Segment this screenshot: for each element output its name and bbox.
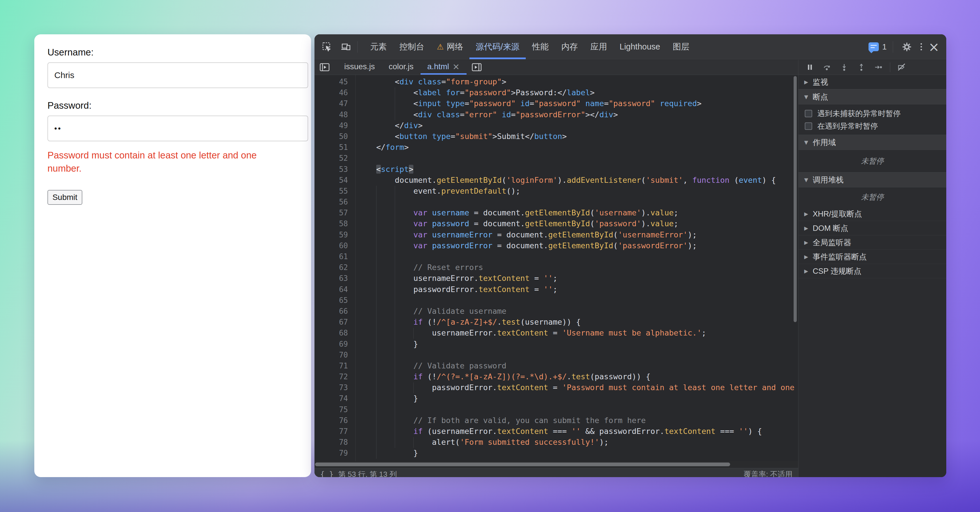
- line-number[interactable]: 75: [315, 404, 355, 415]
- line-number[interactable]: 68: [315, 327, 355, 338]
- password-field[interactable]: [48, 116, 308, 141]
- device-toolbar-icon[interactable]: [339, 40, 353, 54]
- line-number[interactable]: 46: [315, 87, 355, 98]
- line-number[interactable]: 76: [315, 415, 355, 426]
- file-tab-color.js[interactable]: color.js: [382, 60, 420, 75]
- show-debugger-sidebar-icon[interactable]: [469, 60, 484, 75]
- devtools-main-toolbar: 元素控制台⚠网络源代码/来源性能内存应用Lighthouse图层 1 ×: [315, 34, 946, 59]
- show-navigator-icon[interactable]: [317, 60, 332, 75]
- debugger-sidebar: ▶ 监视 ▼ 断点 遇到未捕获的异常时暂停 在遇到异常时暂停 ▼: [798, 75, 946, 477]
- line-number[interactable]: 64: [315, 284, 355, 295]
- line-number[interactable]: 74: [315, 393, 355, 404]
- line-number[interactable]: 71: [315, 360, 355, 371]
- close-devtools-icon[interactable]: ×: [928, 40, 939, 54]
- line-number[interactable]: 47: [315, 98, 355, 109]
- sidebar-section-DOM 断点[interactable]: ▶DOM 断点: [799, 221, 946, 235]
- sidebar-section-scope[interactable]: ▼ 作用域: [799, 135, 946, 150]
- deactivate-breakpoints-icon[interactable]: [894, 60, 909, 75]
- panel-tab-label: 应用: [590, 41, 607, 53]
- chevron-right-icon: ▶: [804, 239, 808, 246]
- vertical-scrollbar-thumb[interactable]: [794, 76, 797, 322]
- line-number[interactable]: 61: [315, 251, 355, 262]
- pretty-print-icon[interactable]: { }: [320, 470, 334, 477]
- checkbox-unchecked-icon[interactable]: [805, 123, 812, 130]
- line-number-gutter[interactable]: 4546474849505152535455565758596061626364…: [315, 75, 356, 461]
- line-number[interactable]: 65: [315, 295, 355, 306]
- line-number[interactable]: 79: [315, 448, 355, 458]
- code-pane[interactable]: <div class="form-group"> <label for="pas…: [356, 75, 798, 461]
- sidebar-section-call-stack[interactable]: ▼ 调用堆栈: [799, 172, 946, 187]
- horizontal-scrollbar: [315, 461, 798, 468]
- sidebar-section-XHR/提取断点[interactable]: ▶XHR/提取断点: [799, 207, 946, 221]
- panel-tab-网络[interactable]: ⚠网络: [431, 34, 469, 59]
- sidebar-section-watch[interactable]: ▶ 监视: [799, 75, 946, 89]
- panel-tab-图层[interactable]: 图层: [667, 34, 695, 59]
- line-number[interactable]: 48: [315, 109, 355, 120]
- toolbar-separator: [893, 41, 893, 53]
- code-line-57: var username = document.getElementById('…: [358, 207, 798, 218]
- line-number[interactable]: 60: [315, 240, 355, 251]
- line-number[interactable]: 45: [315, 77, 355, 87]
- line-number[interactable]: 63: [315, 273, 355, 284]
- line-number[interactable]: 55: [315, 186, 355, 196]
- step-out-icon[interactable]: [854, 60, 869, 75]
- line-number[interactable]: 52: [315, 153, 355, 164]
- step-icon[interactable]: [871, 60, 886, 75]
- line-number[interactable]: 67: [315, 317, 355, 327]
- file-tab-a.html[interactable]: a.html×: [420, 60, 466, 75]
- code-area[interactable]: 4546474849505152535455565758596061626364…: [315, 75, 798, 461]
- panel-tab-性能[interactable]: 性能: [526, 34, 555, 59]
- code-line-53: <script>: [358, 164, 798, 175]
- code-line-78: alert('Form submitted successfully!');: [358, 437, 798, 448]
- inspect-element-icon[interactable]: [320, 40, 334, 54]
- panel-tab-应用[interactable]: 应用: [584, 34, 613, 59]
- line-number[interactable]: 66: [315, 306, 355, 317]
- pause-exceptions-row[interactable]: 在遇到异常时暂停: [799, 120, 946, 132]
- code-line-52: [358, 153, 798, 164]
- devtools-window: 元素控制台⚠网络源代码/来源性能内存应用Lighthouse图层 1 ×: [315, 34, 946, 477]
- close-file-tab-icon[interactable]: ×: [453, 62, 460, 72]
- pause-script-icon[interactable]: [802, 60, 817, 75]
- checkbox-unchecked-icon[interactable]: [805, 110, 812, 117]
- settings-gear-icon[interactable]: [899, 40, 914, 54]
- indent-guide: [395, 87, 395, 120]
- chevron-down-icon: ▼: [804, 139, 808, 145]
- panel-tab-内存[interactable]: 内存: [555, 34, 584, 59]
- line-number[interactable]: 59: [315, 230, 355, 240]
- pause-uncaught-exceptions-row[interactable]: 遇到未捕获的异常时暂停: [799, 107, 946, 120]
- step-into-icon[interactable]: [837, 60, 852, 75]
- line-number[interactable]: 53: [315, 164, 355, 175]
- line-number[interactable]: 70: [315, 349, 355, 360]
- line-number[interactable]: 54: [315, 175, 355, 186]
- line-number[interactable]: 49: [315, 120, 355, 131]
- sidebar-section-事件监听器断点[interactable]: ▶事件监听器断点: [799, 250, 946, 264]
- code-line-45: <div class="form-group">: [358, 77, 798, 87]
- panel-tab-源代码/来源[interactable]: 源代码/来源: [469, 34, 526, 59]
- line-number[interactable]: 72: [315, 371, 355, 382]
- panel-tab-Lighthouse[interactable]: Lighthouse: [613, 34, 667, 59]
- line-number[interactable]: 50: [315, 131, 355, 142]
- submit-button[interactable]: Submit: [48, 190, 82, 205]
- sidebar-section-全局监听器[interactable]: ▶全局监听器: [799, 235, 946, 250]
- panel-tab-元素[interactable]: 元素: [364, 34, 393, 59]
- line-number[interactable]: 77: [315, 426, 355, 437]
- username-field[interactable]: [48, 62, 308, 88]
- line-number[interactable]: 56: [315, 196, 355, 207]
- line-number[interactable]: 57: [315, 207, 355, 218]
- sidebar-section-breakpoints[interactable]: ▼ 断点: [799, 89, 946, 104]
- line-number[interactable]: 73: [315, 382, 355, 393]
- line-number[interactable]: 51: [315, 142, 355, 153]
- sidebar-section-CSP 违规断点[interactable]: ▶CSP 违规断点: [799, 264, 946, 278]
- line-number[interactable]: 62: [315, 262, 355, 273]
- line-number[interactable]: 78: [315, 437, 355, 448]
- panel-tab-控制台[interactable]: 控制台: [393, 34, 431, 59]
- console-messages-badge[interactable]: 1: [869, 42, 887, 51]
- line-number[interactable]: 69: [315, 339, 355, 349]
- source-editor: 4546474849505152535455565758596061626364…: [315, 75, 798, 477]
- horizontal-scrollbar-thumb[interactable]: [315, 463, 730, 466]
- code-line-71: // Validate password: [358, 360, 798, 371]
- file-tab-issues.js[interactable]: issues.js: [337, 60, 382, 75]
- line-number[interactable]: 58: [315, 218, 355, 229]
- more-options-kebab-icon[interactable]: [921, 43, 922, 50]
- step-over-icon[interactable]: [819, 60, 835, 75]
